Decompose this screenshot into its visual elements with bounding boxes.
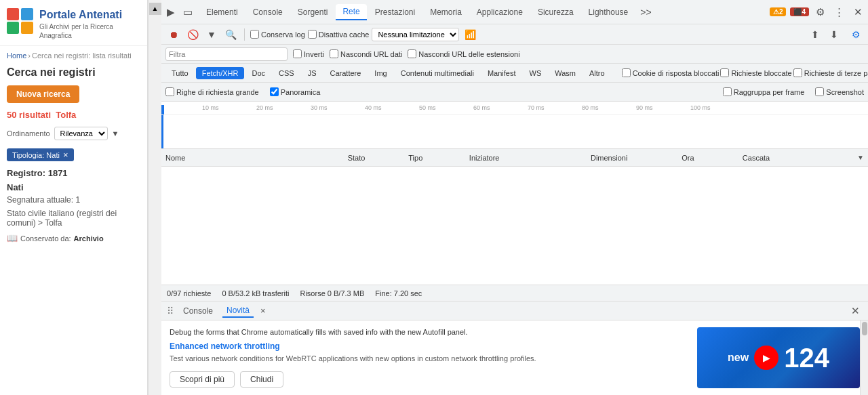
devtools-tab-console[interactable]: Console [246, 5, 290, 20]
devtools-tabbar: ▶ ▭ Elementi Console Sorgenti Rete Prest… [161, 0, 868, 24]
type-carattere[interactable]: Carattere [324, 67, 368, 79]
notif-num: 124 [784, 343, 829, 373]
disattiva-cache-label[interactable]: Disattiva cache [308, 30, 370, 39]
panoramica-checkbox[interactable] [270, 87, 279, 96]
devtools-tab-memoria[interactable]: Memoria [423, 5, 469, 20]
righe-grandi-label[interactable]: Righe di richiesta grande [165, 87, 259, 96]
sort-label: Ordinamento [7, 129, 50, 138]
type-wasm[interactable]: Wasm [549, 67, 582, 79]
novita-tab[interactable]: Novità [222, 304, 254, 318]
type-css[interactable]: CSS [273, 67, 300, 79]
console-tab[interactable]: Console [179, 305, 217, 317]
devtools-tab-applicazione[interactable]: Applicazione [470, 5, 530, 20]
enhanced-throttling-link[interactable]: Enhanced network throttling [170, 341, 280, 351]
nascondi-url-label[interactable]: Nascondi URL dati [330, 49, 402, 58]
filter-tag-close[interactable]: × [63, 150, 68, 159]
settings-gear-button[interactable]: ⚙ [848, 26, 864, 43]
close-notification-btn[interactable]: Chiudi [240, 371, 283, 388]
devtools-tab-rete[interactable]: Rete [336, 4, 366, 20]
type-js[interactable]: JS [302, 67, 323, 79]
search-button[interactable]: 🔍 [222, 26, 239, 43]
type-img[interactable]: Img [368, 67, 393, 79]
disattiva-cache-checkbox[interactable] [308, 30, 317, 39]
devtools-panel: ▶ ▭ Elementi Console Sorgenti Rete Prest… [161, 0, 868, 395]
mark-30ms: 30 ms [311, 104, 328, 111]
devtools-tab-prestazioni[interactable]: Prestazioni [368, 5, 422, 20]
devtools-tab-sorgenti[interactable]: Sorgenti [291, 5, 335, 20]
sidebar-scroll: ▲ [148, 0, 161, 395]
timeline-ruler: 10 ms 20 ms 30 ms 40 ms 50 ms 60 ms 70 m… [161, 102, 868, 115]
timeline-blue-line [161, 115, 163, 149]
terze-parti-label[interactable]: Richieste di terze parti [793, 68, 868, 77]
autofill-text: Debug the forms that Chrome automaticall… [170, 327, 689, 337]
nascondi-estensioni-label[interactable]: Nascondi URL delle estensioni [408, 49, 519, 58]
th-ora: Ora [682, 154, 743, 162]
type-fetch[interactable]: Fetch/XHR [196, 67, 245, 79]
raggruppa-label[interactable]: Raggruppa per frame [723, 87, 805, 96]
inverti-label[interactable]: Inverti [293, 49, 324, 58]
import-button[interactable]: ⬆ [807, 26, 823, 43]
cookie-blocked-checkbox[interactable] [622, 68, 631, 77]
devtools-tab-lighthouse[interactable]: Lighthouse [582, 5, 635, 20]
close-devtools-button[interactable]: ✕ [851, 5, 865, 20]
devtools-topbar-right: ⚠ 2 ⬛ 4 ⚙ ⋮ ✕ [770, 5, 865, 20]
device-icon[interactable]: ▭ [180, 5, 195, 20]
type-tutto[interactable]: Tutto [165, 67, 195, 79]
mark-80ms: 80 ms [582, 104, 599, 111]
clear-button[interactable]: 🚫 [184, 26, 201, 43]
stato-civile-location: > Tolfa [38, 218, 62, 228]
raggruppa-checkbox[interactable] [723, 87, 732, 96]
sort-select[interactable]: Rilevanza [54, 127, 108, 140]
type-ws[interactable]: WS [524, 67, 548, 79]
dropdown-arrow-icon: ▼ [112, 129, 119, 138]
type-altro[interactable]: Altro [583, 67, 611, 79]
righe-grandi-checkbox[interactable] [165, 87, 174, 96]
close-console-tab-button[interactable]: × [260, 306, 266, 316]
scroll-up-button[interactable]: ▲ [149, 3, 161, 15]
nascondi-estensioni-checkbox[interactable] [408, 49, 416, 58]
richieste-bloccate-checkbox[interactable] [720, 68, 729, 77]
results-number: 50 risultati [7, 110, 51, 120]
mark-100ms: 100 ms [690, 104, 711, 111]
conserva-log-checkbox[interactable] [250, 30, 259, 39]
filter-tag-label: Tipologia: Nati [12, 151, 60, 159]
filter-button[interactable]: ▼ [203, 26, 220, 43]
cookie-blocked-label[interactable]: Cookie di risposta bloccati [622, 68, 719, 77]
table-body [161, 167, 868, 285]
type-doc[interactable]: Doc [245, 67, 271, 79]
screenshot-label[interactable]: Screenshot [815, 87, 864, 96]
devtools-tab-sicurezza[interactable]: Sicurezza [531, 5, 580, 20]
new-search-button[interactable]: Nuova ricerca [7, 85, 79, 103]
th-nome: Nome [165, 154, 348, 162]
inverti-checkbox[interactable] [293, 49, 302, 58]
throttling-select[interactable]: Nessuna limitazione [372, 28, 459, 41]
close-notification-button[interactable]: ✕ [848, 304, 863, 318]
mark-50ms: 50 ms [419, 104, 436, 111]
panoramica-label[interactable]: Panoramica [270, 87, 321, 96]
wifi-icon[interactable]: 📶 [462, 26, 478, 43]
nascondi-url-checkbox[interactable] [330, 49, 338, 58]
panoramica-text: Panoramica [281, 88, 321, 96]
settings-button[interactable]: ⚙ [813, 5, 827, 20]
screenshot-checkbox[interactable] [815, 87, 824, 96]
type-contenuti[interactable]: Contenuti multimediali [395, 67, 480, 79]
more-tabs-button[interactable]: >> [636, 4, 655, 20]
record-button[interactable]: ⏺ [165, 26, 182, 43]
cursor-icon[interactable]: ▶ [164, 5, 178, 20]
devtools-tab-elementi[interactable]: Elementi [199, 5, 245, 20]
type-manifest[interactable]: Manifest [481, 67, 522, 79]
breadcrumb-home[interactable]: Home [7, 51, 26, 60]
richieste-bloccate-label[interactable]: Richieste bloccate [720, 68, 791, 77]
terze-parti-checkbox[interactable] [793, 68, 802, 77]
righe-grandi-text: Righe di richiesta grande [176, 88, 259, 96]
more-options-button[interactable]: ⋮ [831, 5, 847, 20]
filter-input[interactable] [165, 47, 288, 61]
learn-more-button[interactable]: Scopri di più [170, 371, 235, 388]
export-button[interactable]: ⬇ [826, 26, 842, 43]
mark-40ms: 40 ms [365, 104, 382, 111]
conserva-log-label[interactable]: Conserva log [250, 30, 305, 39]
notification-buttons: Scopri di più Chiudi [170, 371, 689, 388]
logo-cell-4 [21, 22, 33, 34]
site-subtitle: Gli Archivi per la Ricerca Anagrafica [39, 22, 140, 40]
stato-civile: Stato civile italiano (registri dei comu… [7, 209, 140, 228]
